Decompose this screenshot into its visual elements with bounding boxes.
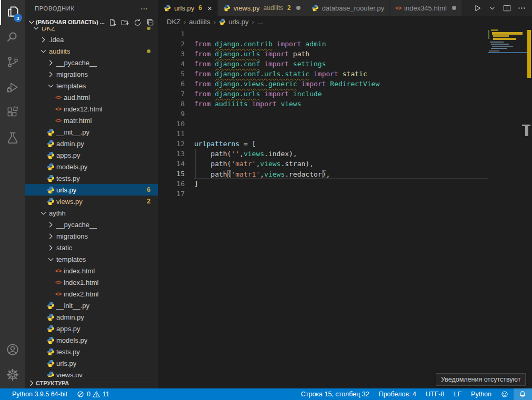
line-content: path('',views.index), xyxy=(194,149,488,159)
tab-views.py[interactable]: views.pyaudiiits2 xyxy=(218,0,306,16)
tree-item-apps.py[interactable]: apps.py xyxy=(25,323,158,334)
activity-run-debug-button[interactable] xyxy=(0,76,25,101)
tree-item-index2.html[interactable]: <>index2.html xyxy=(25,288,158,300)
tree-item-static[interactable]: static xyxy=(25,242,158,253)
search-icon xyxy=(6,30,19,46)
tree-item-__init__.py[interactable]: __init__.py xyxy=(25,300,158,311)
tree-item-audiiits[interactable]: audiiits xyxy=(25,45,158,57)
more-icon[interactable] xyxy=(515,2,528,14)
code-token: , xyxy=(260,170,264,178)
tab-database_roouter.py[interactable]: database_roouter.py xyxy=(306,0,390,16)
tree-item-DKZ[interactable]: DKZ xyxy=(25,27,158,34)
code-token xyxy=(210,50,215,58)
code-token: , xyxy=(326,170,330,178)
collapse-all-icon[interactable] xyxy=(145,17,155,27)
code-token xyxy=(260,60,264,68)
tree-item-index1.html[interactable]: <>index1.html xyxy=(25,276,158,288)
activity-search-button[interactable] xyxy=(0,25,25,50)
minimap-block xyxy=(489,50,499,52)
python-interpreter[interactable]: Python 3.9.5 64-bit xyxy=(7,388,72,400)
explorer-more-icon[interactable]: ⋯ xyxy=(140,0,148,17)
activity-testing-button[interactable] xyxy=(0,126,25,151)
tree-item-views.py[interactable]: views.py2 xyxy=(25,196,158,207)
tree-item-models.py[interactable]: models.py xyxy=(25,334,158,346)
status-cursor-position[interactable]: Строка 15, столбец 32 xyxy=(296,388,374,400)
tree-item-__init__.py[interactable]: __init__.py xyxy=(25,126,158,138)
notifications-button[interactable] xyxy=(514,388,532,400)
line-content: ] xyxy=(194,179,488,189)
activity-account-button[interactable] xyxy=(0,338,25,363)
feedback-button[interactable] xyxy=(496,388,514,400)
tree-item-aythh[interactable]: aythh xyxy=(25,207,158,219)
code-line-17: 17 xyxy=(158,189,532,199)
chevron-right-icon xyxy=(46,220,55,229)
tree-item-urls.py[interactable]: urls.py6 xyxy=(25,184,158,196)
chevron-down-icon xyxy=(27,18,36,26)
encoding-label: UTF-8 xyxy=(426,391,444,398)
tree-item-__pycache__[interactable]: __pycache__ xyxy=(25,57,158,68)
activity-extensions-button[interactable] xyxy=(0,101,25,126)
line-number: 2 xyxy=(158,39,185,49)
code-token: from xyxy=(194,40,210,48)
tree-item-views.py[interactable]: views.py xyxy=(25,369,158,377)
status-indentation[interactable]: Пробелов: 4 xyxy=(374,388,421,400)
refresh-icon[interactable] xyxy=(133,17,142,27)
tab-urls.py[interactable]: urls.py6× xyxy=(158,0,218,16)
tree-item-decorations: 6 xyxy=(147,186,150,193)
code-token: views xyxy=(280,100,301,108)
tab-index345.html[interactable]: <>index345.html xyxy=(390,0,462,16)
tree-item-label: __pycache__ xyxy=(56,221,97,229)
activity-source-control-button[interactable] xyxy=(0,50,25,76)
tree-item-label: static xyxy=(56,244,72,252)
breadcrumb-item[interactable]: urls.py xyxy=(228,18,248,26)
line-number: 16 xyxy=(158,179,185,189)
html-file-icon: <> xyxy=(54,93,63,101)
tree-item-label: urls.py xyxy=(56,186,76,194)
new-file-icon[interactable] xyxy=(107,17,117,27)
split-editor-icon[interactable] xyxy=(500,2,513,14)
tree-item-apps.py[interactable]: apps.py xyxy=(25,149,158,161)
chevron-down-icon[interactable] xyxy=(486,2,498,14)
tree-item-admin.py[interactable]: admin.py xyxy=(25,138,158,149)
tree-item-aud.html[interactable]: <>aud.html xyxy=(25,91,158,103)
tree-item-migrations[interactable]: migrations xyxy=(25,68,158,80)
breadcrumb-item[interactable]: ... xyxy=(257,18,263,26)
status-encoding[interactable]: UTF-8 xyxy=(421,388,449,400)
editor-scrollbar[interactable] xyxy=(526,27,532,388)
tree-item-urls.py[interactable]: urls.py xyxy=(25,357,158,369)
tree-item-__pycache__[interactable]: __pycache__ xyxy=(25,219,158,230)
minimap[interactable] xyxy=(488,27,526,388)
status-eol[interactable]: LF xyxy=(449,388,466,400)
tree-item-templates[interactable]: templates xyxy=(25,80,158,91)
breadcrumb-item[interactable]: audiiits xyxy=(189,18,210,26)
tree-item-index.html[interactable]: <>index.html xyxy=(25,265,158,276)
chevron-right-icon xyxy=(46,58,55,67)
new-folder-icon[interactable] xyxy=(120,17,129,27)
code-token xyxy=(210,90,215,98)
breadcrumb-item[interactable]: DKZ xyxy=(167,18,180,26)
code-editor[interactable]: 12from django.contrib import admin3from … xyxy=(158,27,532,388)
tree-item-index12.html[interactable]: <>index12.html xyxy=(25,103,158,115)
line-number: 14 xyxy=(158,159,185,169)
workspace-section-header[interactable]: (РАБОЧАЯ ОБЛАСТЬ) ... xyxy=(25,17,158,27)
dirty-indicator-icon[interactable] xyxy=(296,6,300,10)
tree-item-admin.py[interactable]: admin.py xyxy=(25,311,158,323)
close-icon[interactable]: × xyxy=(207,4,212,12)
code-token: django.urls xyxy=(215,50,260,58)
activity-settings-button[interactable] xyxy=(0,363,25,388)
tree-item-templates[interactable]: templates xyxy=(25,253,158,265)
tree-item-migrations[interactable]: migrations xyxy=(25,230,158,242)
tree-item-matr.html[interactable]: <>matr.html xyxy=(25,115,158,126)
run-icon[interactable] xyxy=(471,2,484,14)
dirty-indicator-icon[interactable] xyxy=(452,6,456,10)
activity-explorer-button[interactable]: 3 xyxy=(0,0,25,25)
tree-item-tests.py[interactable]: tests.py xyxy=(25,172,158,184)
problems-indicator[interactable]: 0 11 xyxy=(72,388,114,400)
code-token: RedirectView xyxy=(330,80,379,88)
tree-item-.idea[interactable]: .idea xyxy=(25,34,158,45)
tree-item-tests.py[interactable]: tests.py xyxy=(25,346,158,357)
tree-item-label: templates xyxy=(56,82,86,90)
outline-section-header[interactable]: СТРУКТУРА xyxy=(25,377,158,388)
tree-item-models.py[interactable]: models.py xyxy=(25,161,158,172)
status-language-mode[interactable]: Python xyxy=(466,388,496,400)
